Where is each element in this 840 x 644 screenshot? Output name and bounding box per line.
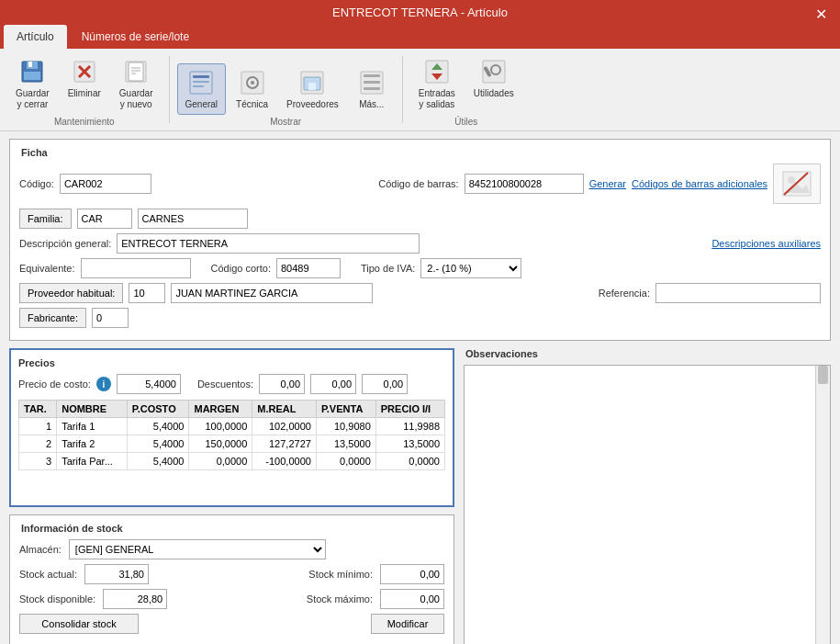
- codigos-adicionales-link[interactable]: Códigos de barras adicionales: [632, 178, 767, 189]
- ficha-section: Ficha Código: Código de barras: Generar …: [9, 139, 831, 341]
- almacen-select[interactable]: [GEN] GENERAL: [69, 539, 326, 559]
- mas-icon: [357, 68, 386, 97]
- ficha-row-4: Equivalente: Código corto: Tipo de IVA: …: [19, 258, 821, 278]
- table-row[interactable]: 2 Tarifa 2 5,4000 150,0000 127,2727 13,5…: [19, 435, 445, 453]
- guardar-cerrar-icon: [17, 57, 47, 86]
- equivalente-input[interactable]: [81, 258, 191, 278]
- article-image: [773, 164, 821, 204]
- descripcion-input[interactable]: [117, 233, 420, 254]
- codigo-label: Código:: [19, 178, 54, 189]
- generar-link[interactable]: Generar: [589, 178, 626, 189]
- stock-valores-row: Stock actual: Stock mínimo:: [19, 564, 444, 584]
- two-col-layout: Precios Precio de costo: i Descuentos:: [9, 348, 831, 644]
- observaciones-title: Observaciones: [464, 348, 831, 359]
- window-title: ENTRECOT TERNERA - Artículo: [332, 6, 508, 19]
- svg-rect-2: [28, 62, 32, 67]
- ficha-row-6: Fabricante:: [19, 308, 821, 328]
- eliminar-icon: [70, 57, 99, 86]
- right-column: Observaciones URL de información adicion…: [464, 348, 831, 644]
- separator-2: [402, 56, 403, 123]
- familia-code-input[interactable]: [77, 209, 132, 229]
- precio-costo-input[interactable]: [117, 374, 181, 394]
- descuento2-input[interactable]: [310, 374, 356, 394]
- toolbar-group-utiles: Entradasy salidas Utilidades Útiles: [410, 52, 522, 127]
- tab-serie-lote[interactable]: Números de serie/lote: [69, 25, 202, 49]
- main-content: Ficha Código: Código de barras: Generar …: [0, 131, 840, 644]
- col-margen: MARGEN: [189, 401, 252, 418]
- mantenimiento-label: Mantenimiento: [54, 117, 115, 127]
- precios-section: Precios Precio de costo: i Descuentos:: [9, 348, 454, 507]
- stock-section: Información de stock Almacén: [GEN] GENE…: [9, 514, 454, 644]
- stock-title: Información de stock: [19, 523, 444, 534]
- eliminar-button[interactable]: Eliminar: [60, 52, 109, 115]
- info-icon[interactable]: i: [96, 377, 111, 391]
- precios-title: Precios: [18, 357, 445, 368]
- col-nombre: NOMBRE: [57, 401, 128, 418]
- table-row[interactable]: 1 Tarifa 1 5,4000 100,0000 102,0000 10,9…: [19, 418, 445, 435]
- toolbar: Guardary cerrar Eliminar: [0, 49, 840, 131]
- descripciones-aux-link[interactable]: Descripciones auxiliares: [711, 238, 821, 249]
- almacen-label: Almacén:: [19, 544, 62, 555]
- utilidades-icon: [479, 57, 509, 86]
- stock-actual-input[interactable]: [84, 564, 149, 584]
- stock-minimo-input[interactable]: [380, 564, 444, 584]
- guardar-cerrar-button[interactable]: Guardary cerrar: [7, 52, 58, 115]
- precio-costo-row: Precio de costo: i Descuentos:: [18, 374, 445, 394]
- toolbar-group-mostrar: General Técnica: [177, 63, 395, 127]
- svg-rect-13: [193, 75, 209, 78]
- mas-label: Más...: [359, 99, 384, 110]
- ficha-row-2: Familia:: [19, 209, 821, 229]
- proveedor-name-input[interactable]: [171, 283, 373, 303]
- close-button[interactable]: ✕: [810, 4, 833, 25]
- stock-minimo-label: Stock mínimo:: [308, 569, 373, 580]
- codigo-input[interactable]: [60, 174, 151, 194]
- entradas-salidas-button[interactable]: Entradasy salidas: [410, 52, 464, 115]
- equivalente-label: Equivalente:: [19, 263, 75, 274]
- tecnica-label: Técnica: [236, 99, 268, 110]
- codigo-barras-input[interactable]: [465, 174, 584, 194]
- table-row[interactable]: 3 Tarifa Par... 5,4000 0,0000 -100,0000 …: [19, 453, 445, 470]
- svg-rect-15: [193, 85, 204, 87]
- tecnica-button[interactable]: Técnica: [228, 63, 276, 115]
- separator-1: [169, 56, 170, 123]
- tab-articulo[interactable]: Artículo: [4, 25, 67, 49]
- stock-maximo-label: Stock máximo:: [307, 593, 373, 604]
- descripcion-label: Descripción general:: [19, 238, 111, 249]
- guardar-nuevo-button[interactable]: Guardary nuevo: [111, 52, 162, 115]
- ficha-row-1: Código: Código de barras: Generar Código…: [19, 164, 821, 204]
- descuento1-input[interactable]: [259, 374, 305, 394]
- almacen-row: Almacén: [GEN] GENERAL: [19, 539, 444, 559]
- tipo-iva-select[interactable]: 2.- (10 %): [420, 258, 521, 278]
- descuentos-label: Descuentos:: [197, 378, 253, 390]
- svg-point-33: [788, 176, 795, 184]
- familia-name-input[interactable]: [138, 209, 248, 229]
- col-precio-ii: PRECIO I/I: [375, 401, 444, 418]
- stock-disponible-row: Stock disponible: Stock máximo:: [19, 589, 444, 609]
- fabricante-button[interactable]: Fabricante:: [19, 308, 86, 328]
- proveedor-button[interactable]: Proveedor habitual:: [19, 283, 123, 303]
- ficha-row-3: Descripción general: Descripciones auxil…: [19, 233, 821, 254]
- familia-button[interactable]: Familia:: [19, 209, 72, 229]
- modificar-button[interactable]: Modificar: [371, 614, 444, 634]
- col-mreal: M.REAL: [252, 401, 317, 418]
- col-pcosto: P.COSTO: [127, 401, 189, 418]
- proveedores-button[interactable]: Proveedores: [278, 63, 347, 115]
- codigo-corto-input[interactable]: [276, 258, 341, 278]
- obs-scrollbar[interactable]: [815, 366, 830, 644]
- observaciones-textarea[interactable]: [465, 366, 815, 644]
- col-pventa: P.VENTA: [316, 401, 375, 418]
- eliminar-label: Eliminar: [68, 88, 101, 99]
- referencia-label: Referencia:: [599, 288, 650, 299]
- stock-maximo-input[interactable]: [380, 589, 444, 609]
- stock-disponible-input[interactable]: [103, 589, 167, 609]
- descuento3-input[interactable]: [362, 374, 408, 394]
- svg-rect-14: [193, 81, 209, 83]
- consolidar-stock-button[interactable]: Consolidar stock: [19, 614, 139, 634]
- mas-button[interactable]: Más...: [349, 63, 395, 115]
- svg-point-18: [251, 81, 254, 85]
- proveedor-code-input[interactable]: [129, 283, 165, 303]
- utilidades-button[interactable]: Utilidades: [465, 52, 522, 115]
- referencia-input[interactable]: [655, 283, 821, 303]
- general-button[interactable]: General: [177, 63, 227, 115]
- fabricante-input[interactable]: [92, 308, 129, 328]
